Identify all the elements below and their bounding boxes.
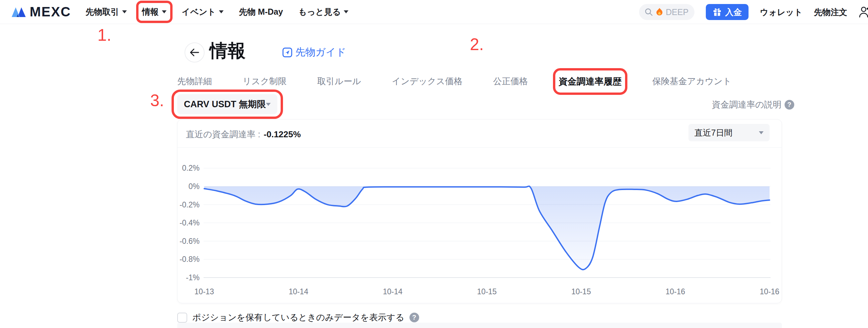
- tab-label: 資金調達率履歴: [559, 77, 622, 87]
- caret-down-icon: [122, 10, 127, 13]
- nav-item-information[interactable]: 情報: [142, 6, 166, 18]
- tab-fair-price[interactable]: 公正価格: [493, 76, 528, 88]
- caret-down-icon: [266, 103, 271, 106]
- svg-text:10-15: 10-15: [477, 287, 497, 296]
- funding-rate-help-link[interactable]: 資金調達率の説明 ?: [712, 99, 794, 111]
- navbar-right: DEEP 入金 ウォレット 先物注文: [639, 0, 865, 24]
- back-arrow-icon: [190, 48, 199, 57]
- nav-item-label: もっと見る: [298, 6, 341, 18]
- nav-item-label: イベント: [182, 6, 216, 18]
- time-range-select[interactable]: 直近7日間: [688, 124, 770, 141]
- svg-text:-1%: -1%: [186, 273, 199, 282]
- nav-item-label: 情報: [142, 6, 159, 18]
- user-profile-icon[interactable]: [859, 6, 868, 18]
- deposit-button-label: 入金: [725, 7, 742, 18]
- info-tabs: 先物詳細 リスク制限 取引ルール インデックス価格 公正価格 資金調達率履歴 保…: [177, 76, 732, 88]
- futures-guide-label: 先物ガイド: [295, 46, 346, 59]
- tab-risk-limit[interactable]: リスク制限: [243, 76, 287, 88]
- caret-down-icon: [759, 131, 764, 134]
- svg-text:-0.8%: -0.8%: [180, 255, 199, 264]
- funding-rate-chart[interactable]: 0.2%0%-0.2%-0.4%-0.6%-0.8%-1%10-1310-141…: [178, 147, 782, 304]
- svg-text:10-14: 10-14: [383, 287, 402, 296]
- annotation-step-3: 3.: [150, 91, 164, 110]
- question-mark-icon: ?: [784, 100, 794, 110]
- tab-futures-details[interactable]: 先物詳細: [177, 76, 212, 88]
- nav-item-label: 先物注文: [814, 7, 847, 18]
- page-title: 情報: [210, 39, 246, 63]
- nav-item-more[interactable]: もっと見る: [298, 6, 348, 18]
- funding-rate-help-label: 資金調達率の説明: [712, 99, 781, 111]
- symbol-select[interactable]: CARV USDT 無期限: [177, 94, 277, 114]
- svg-text:10-16: 10-16: [665, 287, 685, 296]
- svg-text:10-13: 10-13: [194, 287, 214, 296]
- nav-item-mday[interactable]: 先物 M-Day: [239, 6, 283, 18]
- position-filter-row: ポジションを保有しているときのみデータを表示する ?: [177, 311, 419, 323]
- nav-item-events[interactable]: イベント: [182, 6, 224, 18]
- svg-text:0.2%: 0.2%: [182, 164, 199, 172]
- time-range-value: 直近7日間: [694, 127, 733, 138]
- latest-funding-rate-value: -0.1225%: [264, 129, 301, 140]
- svg-text:10-15: 10-15: [571, 287, 591, 296]
- caret-down-icon: [162, 10, 166, 13]
- futures-guide-link[interactable]: 先物ガイド: [282, 46, 346, 59]
- funding-rate-chart-card: 直近の資金調達率 : -0.1225% 直近7日間 0.2%0%-0.2%-0.…: [177, 119, 782, 303]
- mexc-logo-icon: [11, 6, 26, 18]
- position-filter-label: ポジションを保有しているときのみデータを表示する: [192, 311, 404, 323]
- search-icon: [644, 8, 653, 17]
- nav-item-label: ウォレット: [760, 7, 803, 18]
- question-mark-icon: ?: [409, 312, 419, 322]
- tab-trading-rules[interactable]: 取引ルール: [317, 76, 361, 88]
- search-hot-term: DEEP: [666, 7, 688, 17]
- nav-item-futures[interactable]: 先物取引: [86, 6, 127, 18]
- search-input[interactable]: DEEP: [639, 4, 694, 20]
- deposit-button[interactable]: 入金: [706, 4, 748, 20]
- svg-text:0%: 0%: [189, 182, 199, 191]
- svg-text:-0.6%: -0.6%: [180, 237, 199, 245]
- nav-item-futures-orders[interactable]: 先物注文: [814, 7, 847, 18]
- tab-funding-rate-history[interactable]: 資金調達率履歴: [559, 76, 622, 88]
- top-navbar: MEXC 先物取引 情報 イベント 先物 M-Day もっと見る: [0, 0, 868, 24]
- svg-text:-0.2%: -0.2%: [180, 201, 199, 209]
- svg-text:10-14: 10-14: [289, 287, 308, 296]
- tab-insurance-fund[interactable]: 保険基金アカウント: [652, 76, 732, 88]
- latest-funding-rate: 直近の資金調達率 : -0.1225%: [186, 128, 301, 140]
- flame-icon: [656, 8, 663, 17]
- caret-down-icon: [219, 10, 224, 13]
- symbol-select-value: CARV USDT 無期限: [184, 98, 266, 110]
- mexc-logo-text: MEXC: [30, 4, 71, 19]
- annotation-step-2: 2.: [470, 35, 484, 54]
- guide-icon: [282, 47, 293, 58]
- nav-item-label: 先物取引: [86, 6, 119, 18]
- back-button[interactable]: [185, 42, 205, 62]
- latest-funding-rate-label: 直近の資金調達率 :: [186, 128, 260, 140]
- position-filter-checkbox[interactable]: [177, 312, 187, 323]
- svg-text:-0.4%: -0.4%: [180, 218, 199, 227]
- nav-item-label: 先物 M-Day: [239, 6, 283, 18]
- nav-item-wallet[interactable]: ウォレット: [760, 7, 803, 18]
- gift-icon: [712, 7, 722, 17]
- tab-index-price[interactable]: インデックス価格: [392, 76, 463, 88]
- svg-text:10-16: 10-16: [760, 287, 780, 296]
- annotation-step-1: 1.: [97, 25, 112, 45]
- nav-links: 先物取引 情報 イベント 先物 M-Day もっと見る: [86, 6, 349, 18]
- next-section-header: [177, 323, 782, 328]
- caret-down-icon: [344, 10, 348, 13]
- mexc-logo[interactable]: MEXC: [11, 4, 71, 19]
